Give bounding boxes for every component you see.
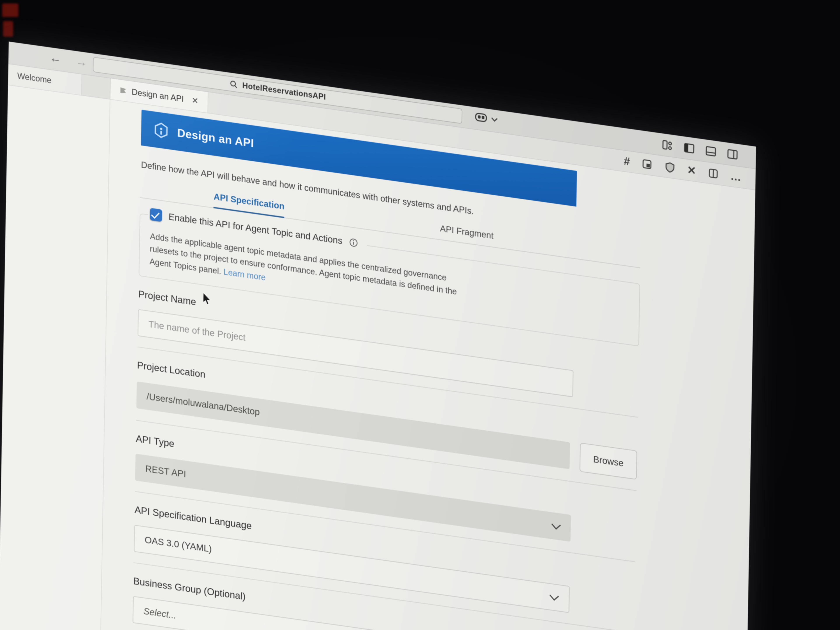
browse-button[interactable]: Browse	[579, 442, 637, 480]
hash-icon[interactable]: #	[624, 155, 630, 167]
copilot-menu[interactable]	[474, 111, 498, 126]
project-name-label: Project Name	[138, 288, 196, 307]
shield-icon[interactable]	[664, 161, 676, 174]
photo-background: ← → HotelReservationsAPI	[0, 0, 840, 630]
welcome-editor-pane	[0, 85, 110, 630]
tab-api-fragment-label: API Fragment	[440, 224, 494, 241]
agent-topic-checkbox[interactable]	[150, 208, 162, 222]
chevron-down-icon	[549, 591, 559, 601]
close-editor-icon[interactable]: ✕	[687, 164, 696, 177]
api-type-value: REST API	[145, 463, 186, 480]
photo-artifact	[3, 21, 13, 37]
toggle-secondary-sidebar-icon[interactable]	[726, 147, 739, 161]
tab-api-specification-label: API Specification	[213, 192, 284, 218]
split-editor-icon[interactable]	[707, 167, 719, 180]
vscode-window: ← → HotelReservationsAPI	[0, 41, 756, 630]
copilot-icon	[474, 111, 488, 124]
open-changes-icon[interactable]	[641, 158, 653, 171]
tab-design-label: Design an API	[131, 87, 184, 104]
api-type-label: API Type	[136, 433, 174, 449]
more-actions-icon[interactable]: …	[730, 171, 741, 183]
mouse-cursor	[201, 292, 213, 307]
business-group-value: Select...	[143, 606, 176, 621]
spec-language-value: OAS 3.0 (YAML)	[145, 534, 212, 554]
api-hexagon-icon	[152, 120, 170, 141]
customize-layout-icon[interactable]	[661, 138, 674, 152]
photo-artifact	[2, 3, 18, 17]
tab-welcome-label: Welcome	[17, 71, 52, 85]
info-icon[interactable]	[349, 237, 358, 248]
toggle-panel-icon[interactable]	[704, 144, 717, 158]
forward-arrow-icon[interactable]: →	[76, 54, 87, 70]
page-title: Design an API	[177, 126, 254, 150]
learn-more-link[interactable]: Learn more	[223, 267, 265, 282]
search-icon	[229, 79, 238, 89]
design-file-icon	[120, 87, 127, 95]
design-api-webview: Design an API Define how the API will be…	[100, 99, 755, 630]
toggle-primary-sidebar-icon[interactable]	[683, 141, 695, 155]
chevron-down-icon	[551, 520, 561, 530]
business-group-label: Business Group (Optional)	[133, 575, 246, 602]
project-location-label: Project Location	[137, 360, 205, 380]
chevron-down-icon	[491, 116, 498, 123]
close-tab-icon[interactable]: ✕	[192, 95, 199, 106]
back-arrow-icon[interactable]: ←	[50, 51, 61, 66]
